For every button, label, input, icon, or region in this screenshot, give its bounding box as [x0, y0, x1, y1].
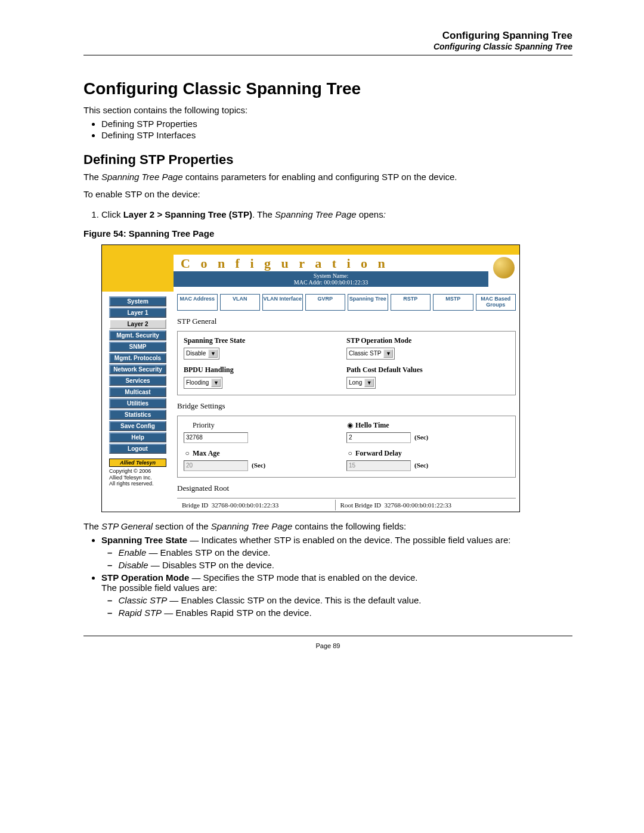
label-bridge-id: Bridge ID: [182, 501, 208, 509]
label-bpdu-handling: BPDU Handling: [184, 366, 346, 374]
sidebar-item-save-config[interactable]: Save Config: [109, 421, 166, 431]
sidebar-item-snmp[interactable]: SNMP: [109, 342, 166, 352]
main-panel: MAC Address VLAN VLAN Interface GVRP Spa…: [174, 292, 519, 512]
field-value-item: Disable — Disables STP on the device.: [107, 560, 572, 570]
input-priority[interactable]: 32768: [184, 432, 248, 443]
select-spanning-tree-state[interactable]: Disable▼: [184, 348, 219, 360]
brand-stripe: [102, 245, 519, 255]
field-list: Spanning Tree State — Indicates whether …: [83, 535, 572, 618]
input-forward-delay[interactable]: 15: [346, 460, 411, 471]
tab-spanning-tree[interactable]: Spanning Tree: [348, 294, 388, 311]
tab-rstp[interactable]: RSTP: [391, 294, 431, 311]
panel-bridge-settings: ○ Priority 32768 ◉ Hello Time 2(Sec) ○ M…: [177, 416, 516, 478]
topic-item: Defining STP Properties: [101, 119, 572, 129]
vendor-logo: Allied Telesyn: [109, 459, 166, 467]
tab-vlan[interactable]: VLAN: [220, 294, 261, 311]
step-list: Click Layer 2 > Spanning Tree (STP). The…: [83, 209, 572, 219]
panel-stp-general: Spanning Tree State Disable▼ STP Operati…: [177, 331, 516, 395]
header-rule: [83, 55, 572, 55]
label-priority: ○ Priority: [184, 421, 346, 430]
field-item: Spanning Tree State — Indicates whether …: [101, 535, 572, 570]
value-bridge-id: 32768-00:00:b0:01:22:33: [212, 501, 278, 509]
topic-item: Defining STP Interfaces: [101, 130, 572, 140]
system-info: System Name: MAC Addr: 00:00:b0:01:22:33: [174, 271, 488, 287]
chevron-down-icon: ▼: [364, 379, 374, 387]
select-path-cost[interactable]: Long▼: [346, 377, 376, 389]
intro-text: This section contains the following topi…: [83, 104, 572, 116]
app-title: C o n f i g u r a t i o n: [174, 255, 488, 271]
chevron-down-icon: ▼: [383, 349, 393, 358]
field-value-item: Classic STP — Enables Classic STP on the…: [107, 595, 572, 605]
section-bridge-settings: Bridge Settings: [177, 401, 516, 411]
sidebar-item-help[interactable]: Help: [109, 432, 166, 442]
tab-mac-address[interactable]: MAC Address: [177, 294, 218, 311]
step-item: Click Layer 2 > Spanning Tree (STP). The…: [101, 209, 572, 219]
header-left-block: [102, 255, 174, 292]
value-root-bridge-id: 32768-00:00:b0:01:22:33: [385, 501, 451, 509]
chevron-down-icon: ▼: [208, 349, 218, 358]
tab-gvrp[interactable]: GVRP: [305, 294, 346, 311]
page-number: Page 89: [83, 642, 572, 649]
topic-list: Defining STP Properties Defining STP Int…: [83, 119, 572, 140]
sidebar-item-logout[interactable]: Logout: [109, 444, 166, 454]
input-hello-time[interactable]: 2: [346, 432, 411, 443]
running-header: Configuring Spanning Tree Configuring Cl…: [83, 30, 572, 51]
section-designated-root: Designated Root: [177, 484, 516, 493]
figure-caption: Figure 54: Spanning Tree Page: [83, 228, 572, 239]
sidebar-item-mgmt-security[interactable]: Mgmt. Security: [109, 330, 166, 340]
sidebar-item-layer1[interactable]: Layer 1: [109, 308, 166, 318]
sidebar-item-system[interactable]: System: [109, 296, 166, 306]
radio-forward-delay[interactable]: ○ Forward Delay: [346, 449, 509, 458]
copyright: Copyright © 2006 Allied Telesyn Inc. All…: [109, 468, 166, 487]
section-stp-general: STP General: [177, 317, 516, 326]
sidebar-item-mgmt-protocols[interactable]: Mgmt. Protocols: [109, 353, 166, 363]
header-line2: Configuring Classic Spanning Tree: [83, 42, 572, 51]
sidebar-item-layer2[interactable]: Layer 2: [109, 319, 166, 329]
field-item: STP Operation Mode — Specifies the STP m…: [101, 572, 572, 618]
tab-vlan-interface[interactable]: VLAN Interface: [262, 294, 303, 311]
radio-hello-time[interactable]: ◉ Hello Time: [346, 421, 509, 430]
input-max-age[interactable]: 20: [184, 460, 248, 471]
sidebar-item-utilities[interactable]: Utilities: [109, 398, 166, 408]
sidebar-item-network-security[interactable]: Network Security: [109, 364, 166, 374]
field-value-list: Enable — Enables STP on the device. Disa…: [101, 547, 572, 570]
header-line1: Configuring Spanning Tree: [83, 30, 572, 42]
label-root-bridge-id: Root Bridge ID: [340, 501, 381, 509]
field-value-list: Classic STP — Enables Classic STP on the…: [101, 595, 572, 618]
brand-logo: [488, 255, 519, 281]
tab-mac-based-groups[interactable]: MAC Based Groups: [476, 294, 516, 311]
sidebar-item-statistics[interactable]: Statistics: [109, 410, 166, 420]
label-stp-operation-mode: STP Operation Mode: [346, 336, 509, 345]
page-title: Configuring Classic Spanning Tree: [83, 79, 572, 98]
screenshot-spanning-tree: C o n f i g u r a t i o n System Name: M…: [101, 244, 520, 512]
section-heading: Defining STP Properties: [83, 152, 572, 168]
radio-max-age[interactable]: ○ Max Age: [184, 449, 346, 458]
select-stp-operation-mode[interactable]: Classic STP▼: [346, 348, 395, 360]
field-value-item: Rapid STP — Enables Rapid STP on the dev…: [107, 608, 572, 618]
sidebar: System Layer 1 Layer 2 Mgmt. Security SN…: [102, 292, 174, 512]
tab-mstp[interactable]: MSTP: [433, 294, 473, 311]
chevron-down-icon: ▼: [211, 379, 221, 387]
globe-icon: [493, 257, 515, 278]
footer-rule: [83, 636, 572, 636]
sidebar-item-multicast[interactable]: Multicast: [109, 387, 166, 397]
panel-designated-root: Bridge ID 32768-00:00:b0:01:22:33 Root B…: [177, 498, 516, 512]
sidebar-item-services[interactable]: Services: [109, 376, 166, 386]
label-spanning-tree-state: Spanning Tree State: [184, 336, 346, 345]
label-path-cost: Path Cost Default Values: [346, 366, 509, 374]
select-bpdu-handling[interactable]: Flooding▼: [184, 377, 222, 389]
tab-row: MAC Address VLAN VLAN Interface GVRP Spa…: [177, 294, 516, 311]
app-header: C o n f i g u r a t i o n System Name: M…: [102, 255, 519, 292]
paragraph: To enable STP on the device:: [83, 188, 572, 200]
paragraph: The Spanning Tree Page contains paramete…: [83, 171, 572, 183]
paragraph: The STP General section of the Spanning …: [83, 521, 572, 532]
field-value-item: Enable — Enables STP on the device.: [107, 547, 572, 558]
